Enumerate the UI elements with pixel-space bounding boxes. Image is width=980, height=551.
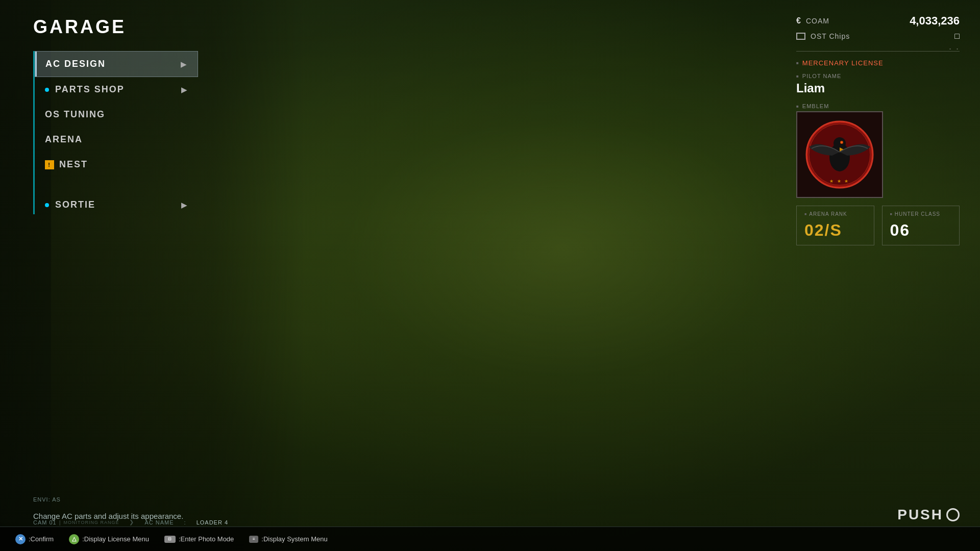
license-label-text: MERCENARY LICENSE (802, 59, 884, 67)
coam-icon: € (796, 16, 801, 26)
right-panel: € COAM 4,033,236 OST Chips □ MERCENARY L… (796, 14, 960, 245)
coam-value: 4,033,236 (910, 14, 960, 28)
sidebar-item-arena[interactable]: ARENA (35, 127, 198, 152)
ost-row: OST Chips □ (796, 32, 960, 41)
pilot-name-value: Liam (796, 81, 960, 95)
coam-label: COAM (806, 17, 829, 25)
arena-rank-value: 02/S (804, 221, 866, 240)
env-label: ENVI: AS (33, 496, 61, 503)
sidebar-item-parts-shop[interactable]: PARTS SHOP ▶ (35, 77, 198, 102)
bottom-bar: ✕ :Confirm △ :Display License Menu ⊡ :En… (0, 527, 980, 551)
ost-label: OST Chips (811, 32, 850, 40)
chevron-right-icon: ▶ (181, 60, 187, 68)
hint-license: △ :Display License Menu (69, 534, 149, 544)
separator: | (59, 519, 61, 525)
cam-label: CAM 01 (33, 519, 57, 525)
push-logo: PUSH (897, 507, 960, 523)
license-section: MERCENARY LICENSE (796, 59, 960, 67)
separator-colon: : (184, 519, 186, 525)
cam-info: CAM 01 | MONITORING RANGE (33, 519, 119, 525)
menu-item-label: PARTS SHOP (55, 84, 125, 95)
emblem-box: ★ ★ ★ (796, 111, 883, 198)
cam-sub-label: MONITORING RANGE (64, 520, 119, 525)
menu-item-label: ARENA (45, 134, 83, 145)
photo-label: :Enter Photo Mode (179, 535, 234, 543)
main-menu: AC DESIGN ▶ PARTS SHOP ▶ OS TUNING ARENA… (35, 51, 198, 217)
emblem-svg: ★ ★ ★ (804, 119, 875, 190)
ost-value: □ (954, 32, 960, 41)
sidebar-item-sortie[interactable]: SORTIE ▶ (35, 192, 198, 217)
hint-confirm: ✕ :Confirm (15, 534, 54, 544)
license-section-label: MERCENARY LICENSE (796, 59, 960, 67)
separator: ❯ (129, 519, 134, 525)
ac-name-value: LOADER 4 (197, 519, 228, 525)
hint-system: ≡ :Display System Menu (249, 535, 327, 543)
dot-icon (45, 88, 49, 92)
hint-photo: ⊡ :Enter Photo Mode (164, 535, 234, 543)
sidebar-item-nest[interactable]: ! NEST (35, 152, 198, 177)
system-label: :Display System Menu (261, 535, 327, 543)
hunter-class-box: HUNTER CLASS 06 (882, 206, 960, 245)
divider (796, 51, 960, 52)
menu-item-label: OS TUNING (45, 109, 105, 120)
sidebar-item-ac-design[interactable]: AC DESIGN ▶ (35, 51, 198, 77)
emblem-section: EMBLEM (796, 103, 960, 198)
arena-rank-label-text: ARENA RANK (809, 211, 847, 217)
confirm-label: :Confirm (29, 535, 54, 543)
dots-decoration: · · (949, 43, 960, 54)
stats-row: ARENA RANK 02/S HUNTER CLASS 06 (796, 206, 960, 245)
svg-point-6 (841, 142, 843, 143)
push-circle-icon (946, 508, 960, 521)
arena-rank-box: ARENA RANK 02/S (796, 206, 874, 245)
menu-item-label: AC DESIGN (45, 59, 106, 69)
pilot-label-text: PILOT NAME (802, 73, 841, 79)
page-title: GARAGE (33, 16, 126, 38)
emblem-label: EMBLEM (796, 103, 960, 109)
sidebar-item-os-tuning[interactable]: OS TUNING (35, 102, 198, 127)
hunter-class-label: HUNTER CLASS (890, 211, 952, 217)
touchpad-button-icon: ⊡ (164, 536, 176, 543)
warning-icon: ! (45, 160, 54, 169)
options-button-icon: ≡ (249, 536, 258, 543)
menu-item-label: SORTIE (55, 199, 95, 210)
emblem-label-text: EMBLEM (802, 103, 829, 109)
svg-text:★ ★ ★: ★ ★ ★ (829, 179, 849, 184)
license-label: :Display License Menu (82, 535, 149, 543)
push-text: PUSH (897, 507, 943, 523)
currency-row: € COAM 4,033,236 (796, 14, 960, 28)
arena-rank-label: ARENA RANK (804, 211, 866, 217)
hunter-class-value: 06 (890, 221, 952, 240)
dot-icon (45, 203, 49, 207)
triangle-button-icon: △ (69, 534, 79, 544)
chevron-right-icon: ▶ (181, 201, 188, 209)
chevron-right-icon: ▶ (181, 86, 188, 94)
pilot-name-label: PILOT NAME (796, 73, 960, 79)
bottom-status-bar: CAM 01 | MONITORING RANGE ❯ AC NAME : LO… (33, 519, 228, 525)
hunter-class-label-text: HUNTER CLASS (895, 211, 940, 217)
x-button-icon: ✕ (15, 534, 26, 544)
ost-icon (796, 33, 805, 40)
menu-item-label: NEST (59, 159, 88, 170)
ac-name-label: AC NAME (144, 519, 174, 525)
